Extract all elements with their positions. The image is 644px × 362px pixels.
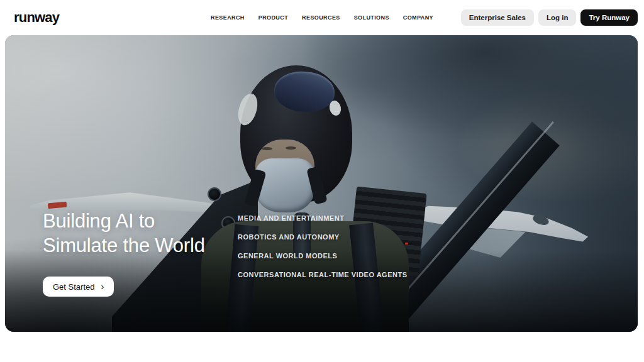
headline-line-2: Simulate the World (43, 233, 205, 258)
solution-item-world-models[interactable]: GENERAL WORLD MODELS (238, 252, 407, 260)
main-nav: RESEARCH PRODUCT RESOURCES SOLUTIONS COM… (211, 0, 433, 35)
get-started-button[interactable]: Get Started › (43, 277, 114, 297)
enterprise-sales-button[interactable]: Enterprise Sales (461, 9, 534, 26)
get-started-label: Get Started (53, 282, 94, 292)
login-button[interactable]: Log in (538, 9, 577, 26)
nav-item-research[interactable]: RESEARCH (211, 14, 245, 21)
header-actions: Enterprise Sales Log in Try Runway (461, 9, 638, 26)
solution-item-media[interactable]: MEDIA AND ENTERTAINMENT (238, 214, 407, 222)
solution-item-video-agents[interactable]: CONVERSATIONAL REAL-TIME VIDEO AGENTS (238, 271, 407, 278)
hero-headline: Building AI to Simulate the World (43, 209, 205, 258)
site-header: runway RESEARCH PRODUCT RESOURCES SOLUTI… (0, 0, 644, 35)
solutions-list: MEDIA AND ENTERTAINMENT ROBOTICS AND AUT… (238, 214, 407, 290)
chevron-right-icon: › (101, 282, 104, 291)
runway-logo[interactable]: runway (14, 9, 59, 26)
solution-item-robotics[interactable]: ROBOTICS AND AUTONOMY (238, 233, 407, 241)
nav-item-solutions[interactable]: SOLUTIONS (354, 14, 389, 21)
nav-item-resources[interactable]: RESOURCES (302, 14, 340, 21)
nav-item-product[interactable]: PRODUCT (258, 14, 288, 21)
nav-item-company[interactable]: COMPANY (403, 14, 433, 21)
headline-line-1: Building AI to (43, 209, 205, 233)
hero-content: Building AI to Simulate the World Get St… (5, 35, 638, 332)
try-runway-button[interactable]: Try Runway (580, 9, 638, 26)
hero-media: Building AI to Simulate the World Get St… (5, 35, 638, 332)
